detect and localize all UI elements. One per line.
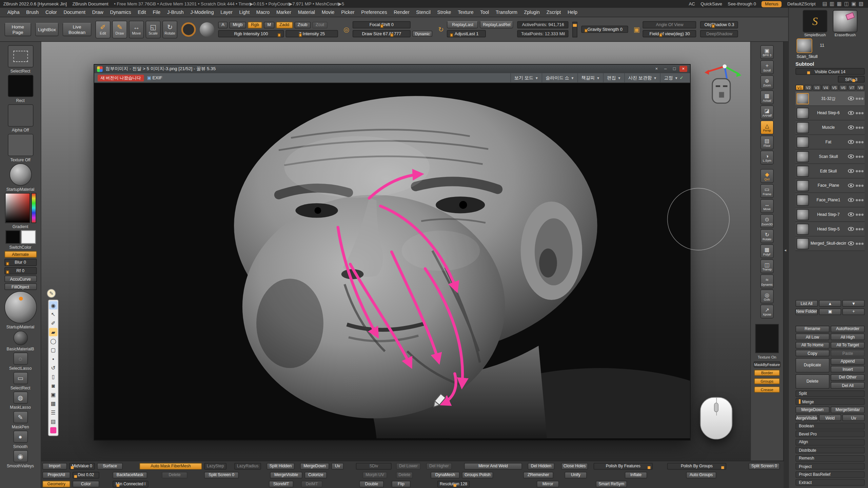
smart-resym-button[interactable]: Smart ReSym <box>596 481 627 487</box>
lightbox-button[interactable]: LightBox <box>35 23 59 36</box>
toggle-dot-icon[interactable] <box>859 228 861 230</box>
del-higher-button[interactable]: Del Higher <box>426 463 452 469</box>
menu-color[interactable]: Color <box>43 9 60 16</box>
aahalf-rail-button[interactable]: ◪AAHalf <box>760 105 773 119</box>
mrgb-toggle[interactable]: Mrgb <box>230 21 246 28</box>
menu-marker[interactable]: Marker <box>274 9 294 16</box>
toggle-dot-icon[interactable] <box>856 141 858 143</box>
subtool-row-muscle[interactable]: Muscle <box>795 120 865 135</box>
header-icon-5[interactable]: ▣ <box>850 1 857 6</box>
zcut-toggle[interactable]: Zcut <box>312 21 328 28</box>
toggle-dot-icon[interactable] <box>859 184 861 187</box>
main-color-swatch[interactable] <box>5 230 20 244</box>
image-alt-icon[interactable]: ▦ <box>49 399 58 408</box>
mergedown-button[interactable]: MergeDown <box>795 406 829 413</box>
smooth-brush-icon[interactable]: ● <box>13 430 28 443</box>
quicksave-button[interactable]: QuickSave <box>701 1 722 6</box>
split-hidden-button[interactable]: Split Hidden <box>267 463 294 469</box>
extract-section[interactable]: Extract <box>795 479 865 486</box>
import-button[interactable]: Import <box>42 463 67 469</box>
blur-0-slider[interactable]: Blur 0 <box>4 259 36 266</box>
viewer-menu-보기-모드[interactable]: 보기 모드▼ <box>510 73 541 83</box>
rotate-mode-button[interactable]: ↻Rotate <box>162 20 177 38</box>
groups-polish-button[interactable]: Groups Polish <box>462 471 493 478</box>
close-icon[interactable]: × <box>679 66 687 72</box>
mask-by-feature-button[interactable]: MaskByFeature <box>754 361 781 367</box>
boolean-section[interactable]: Boolean <box>795 423 865 429</box>
texture-off-thumbnail[interactable] <box>7 134 33 156</box>
crease-button[interactable]: Crease <box>754 386 780 392</box>
simple-brush[interactable]: S SimpleBrush <box>803 10 827 37</box>
hue-strip[interactable] <box>31 193 36 223</box>
toggle-dot-icon[interactable] <box>859 112 861 114</box>
eye-icon[interactable]: ◉ <box>49 301 58 310</box>
split-screen-0-button[interactable]: Split Screen 0 <box>204 471 239 478</box>
camera-gizmo-icon[interactable] <box>702 56 744 109</box>
menu-file[interactable]: File <box>150 9 163 16</box>
polyf-rail-button[interactable]: ▩PolyF <box>760 244 773 258</box>
all-to-target-button[interactable]: All To Target <box>831 342 865 348</box>
spix-slider[interactable]: SPix 3 <box>838 76 865 83</box>
rename-button[interactable]: Rename <box>795 325 829 332</box>
new-folder-icon-button-2[interactable]: + <box>843 308 865 315</box>
fillobject-button[interactable]: FillObject <box>4 283 36 290</box>
zremesher-button[interactable]: ZRemesher <box>523 471 553 478</box>
weld-button[interactable]: Weld <box>819 414 841 421</box>
auto-groups-button[interactable]: Auto Groups <box>686 471 716 478</box>
toggle-dot-icon[interactable] <box>859 126 861 129</box>
del-all-button[interactable]: Del All <box>831 382 865 389</box>
mergesimilar-button[interactable]: MergeSimilar <box>831 406 865 413</box>
masklasso-brush-icon[interactable]: ◍ <box>13 391 28 404</box>
menu-macro[interactable]: Macro <box>254 9 273 16</box>
exif-button[interactable]: ▣EXIF <box>147 75 162 80</box>
rect-thumbnail[interactable] <box>7 75 33 97</box>
lazyradius-slider[interactable]: LazyRadius <box>234 463 261 469</box>
del-lower-button[interactable]: Del Lower <box>396 463 420 469</box>
subtool-row-head-step-7[interactable]: Head Step-7 <box>795 207 865 222</box>
all-low-button[interactable]: All Low <box>795 333 829 340</box>
mergedown-button[interactable]: MergeDown <box>300 463 329 469</box>
rotate-rail-button[interactable]: ↻Rotate <box>760 229 773 243</box>
viewer-menu-슬라이드-쇼[interactable]: 슬라이드 쇼▼ <box>542 73 578 83</box>
subtool-row-31-32강[interactable]: 31-32강 <box>795 92 865 106</box>
replay-last-button[interactable]: ReplayLast <box>447 21 478 28</box>
rgb-intensity-slider[interactable]: Rgb Intensity 100 <box>218 30 284 37</box>
menu-stencil[interactable]: Stencil <box>413 9 433 16</box>
toggle-dot-icon[interactable] <box>859 213 861 216</box>
rect-shape-icon[interactable]: ▢ <box>49 346 58 354</box>
all-to-home-button[interactable]: All To Home <box>795 342 829 348</box>
zsub-toggle[interactable]: Zsub <box>294 21 311 28</box>
polish-by-features-slider[interactable]: Polish By Features <box>594 463 653 469</box>
toggle-dot-icon[interactable] <box>861 228 864 230</box>
ellipse-icon[interactable]: ◯ <box>49 337 58 345</box>
eye-icon[interactable] <box>848 227 854 231</box>
tab-v7[interactable]: V7 <box>848 85 856 90</box>
subtool-row-fat[interactable]: Fat <box>795 135 865 149</box>
list-icon[interactable]: ☰ <box>49 408 58 417</box>
min-connected-l-slider[interactable]: Min Connected l <box>113 481 148 487</box>
menu-picker[interactable]: Picker <box>338 9 357 16</box>
angle-of-view-button[interactable]: Angle Of View <box>643 21 696 28</box>
menu-edit[interactable]: Edit <box>135 9 149 16</box>
actual-rail-button[interactable]: ▦Actual <box>760 90 773 104</box>
obj-shadow-slider[interactable]: ObjShadow 0.3 <box>700 21 738 28</box>
list-all-button[interactable]: List All <box>795 300 817 307</box>
uv-button[interactable]: Uv <box>331 463 343 469</box>
append-button[interactable]: Append <box>831 358 865 365</box>
auto-mask-fibermesh-button[interactable]: Auto Mask FiberMesh <box>139 463 202 469</box>
frame-rail-button[interactable]: ▭Frame <box>760 184 773 198</box>
visible-count-slider[interactable]: Visible Count 14 <box>795 68 865 75</box>
color-picker[interactable] <box>5 193 36 223</box>
close-holes-button[interactable]: Close Holes <box>561 463 588 469</box>
accucurve-button[interactable]: AccuCurve <box>4 276 36 282</box>
maximize-icon[interactable]: □ <box>671 66 678 72</box>
new-version-badge[interactable]: 새 버전이 나왔습니다 <box>98 75 144 81</box>
adjust-last-slider[interactable]: AdjustLast 1 <box>447 30 486 37</box>
lazystep-slider[interactable]: LazyStep <box>204 463 226 469</box>
subtool-row-face-plane[interactable]: Face_Plane <box>795 179 865 193</box>
storemt-button[interactable]: StoreMT <box>269 481 293 487</box>
new-folder-icon-button-1[interactable]: ▣ <box>819 308 841 315</box>
toggle-dot-icon[interactable] <box>859 97 861 100</box>
move-mode-button[interactable]: ↔Move <box>129 20 144 38</box>
tab-v8[interactable]: V8 <box>856 85 865 90</box>
